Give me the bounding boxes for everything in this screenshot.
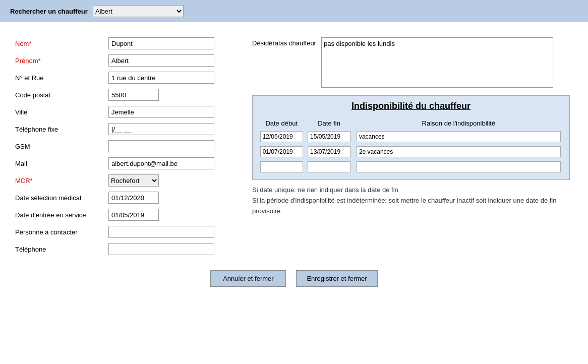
row1-fin[interactable]: [308, 131, 350, 142]
top-bar: Rechercher un chauffeur Albert Dupont Ma…: [0, 0, 588, 22]
notes: Si date unique: ne rien indiquer dans la…: [252, 185, 573, 216]
telephone-label: Téléphone: [15, 246, 108, 253]
gsm-input[interactable]: [108, 140, 214, 152]
search-label: Rechercher un chauffeur: [10, 8, 88, 15]
col-debut-header: Date début: [258, 117, 305, 129]
col-fin-header: Date fin: [305, 117, 352, 129]
tel-fixe-input[interactable]: [108, 123, 214, 135]
left-panel: Nom* Prénom* N° et Rue Code postal Ville…: [15, 37, 232, 255]
right-panel: Désidératas chauffeur pas disponible les…: [252, 37, 573, 255]
desiderata-section: Désidératas chauffeur pas disponible les…: [252, 37, 573, 88]
date-sel-label: Date sélection médical: [15, 194, 108, 202]
date-entree-input[interactable]: [108, 209, 159, 221]
prenom-input[interactable]: [108, 54, 214, 67]
mcr-select[interactable]: Rochefort Marche Namur: [108, 174, 159, 187]
telephone-input[interactable]: [108, 243, 214, 255]
desiderata-label: Désidératas chauffeur: [252, 37, 316, 47]
enregistrer-button[interactable]: Enregistrer et fermer: [296, 270, 377, 287]
mcr-label: MCR*: [15, 177, 108, 185]
annuler-button[interactable]: Annuler et fermer: [210, 270, 286, 287]
row2-fin[interactable]: [308, 146, 350, 157]
indispo-title: Indisponibilité du chauffeur: [258, 101, 564, 111]
row2-raison[interactable]: [357, 146, 561, 157]
row3-fin[interactable]: [308, 161, 350, 172]
gsm-label: GSM: [15, 143, 108, 150]
note-line2: Si la période d'indisponibilité est indé…: [252, 196, 573, 217]
cp-label: Code postal: [15, 91, 108, 99]
row1-debut[interactable]: [260, 131, 303, 142]
indispo-table: Date début Date fin Raison de l'indispon…: [258, 117, 564, 174]
tel-fixe-label: Téléphone fixe: [15, 126, 108, 133]
nom-label: Nom*: [15, 40, 108, 47]
col-raison-header: Raison de l'indisponibilité: [353, 117, 564, 129]
ville-label: Ville: [15, 108, 108, 116]
bottom-buttons: Annuler et fermer Enregistrer et fermer: [15, 260, 573, 292]
indispo-box: Indisponibilité du chauffeur Date début …: [252, 95, 570, 180]
personne-label: Personne à contacter: [15, 228, 108, 236]
table-row: [258, 144, 564, 159]
desiderata-textarea[interactable]: pas disponible les lundis: [321, 37, 553, 88]
cp-input[interactable]: [108, 89, 159, 101]
mail-input[interactable]: [108, 157, 214, 169]
form-grid: Nom* Prénom* N° et Rue Code postal Ville…: [15, 37, 232, 255]
rue-label: N° et Rue: [15, 74, 108, 82]
rue-input[interactable]: [108, 72, 214, 84]
date-entree-label: Date d'entrée en service: [15, 211, 108, 219]
table-row: [258, 129, 564, 144]
table-row: [258, 159, 564, 174]
row2-debut[interactable]: [260, 146, 303, 157]
mail-label: Mail: [15, 160, 108, 167]
prenom-label: Prénom*: [15, 57, 108, 65]
ville-input[interactable]: [108, 106, 214, 118]
main-content: Nom* Prénom* N° et Rue Code postal Ville…: [0, 22, 588, 364]
search-dropdown[interactable]: Albert Dupont Martin: [93, 5, 184, 17]
row3-raison[interactable]: [357, 161, 561, 172]
nom-input[interactable]: [108, 37, 214, 49]
note-line1: Si date unique: ne rien indiquer dans la…: [252, 185, 573, 196]
row3-debut[interactable]: [260, 161, 303, 172]
personne-input[interactable]: [108, 226, 214, 238]
row1-raison[interactable]: [357, 131, 561, 142]
date-sel-input[interactable]: [108, 192, 159, 204]
